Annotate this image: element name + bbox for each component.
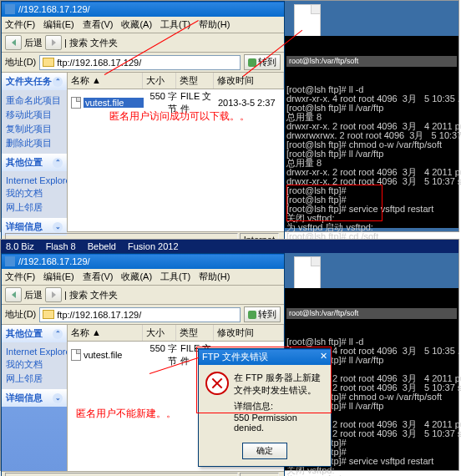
taskbar: 8.0 Biz Flash 8 Bebeld Fusion 2012 — [1, 240, 458, 253]
place-network[interactable]: 网上邻居 — [6, 200, 63, 215]
menu-help[interactable]: 帮助(H) — [199, 18, 230, 31]
panel-other-header[interactable]: 其他位置⌃ — [2, 154, 67, 171]
menu-view[interactable]: 查看(V) — [83, 18, 114, 31]
address-input[interactable]: ftp://192.168.17.129/ — [39, 55, 241, 70]
col-size[interactable]: 大小 — [143, 325, 176, 341]
status-bar: Internet — [2, 471, 284, 476]
menu-file[interactable]: 文件(F) — [5, 18, 35, 31]
panel-tasks-header[interactable]: 文件夹任务⌃ — [2, 73, 67, 90]
go-icon — [248, 311, 256, 319]
menu-edit[interactable]: 编辑(E) — [43, 18, 74, 31]
address-label: 地址(D) — [5, 308, 36, 321]
dir-icon — [43, 58, 54, 67]
menu-tools[interactable]: 工具(T) — [160, 18, 190, 31]
file-icon — [71, 349, 81, 361]
menu-view[interactable]: 查看(V) — [83, 271, 114, 283]
annotation-text: 匿名用户访问成功可以下载。。 — [109, 109, 250, 124]
menu-help[interactable]: 帮助(H) — [199, 271, 230, 283]
file-size: 550 字节 — [144, 342, 177, 367]
back-label: 后退 — [24, 37, 43, 49]
explorer-window: //192.168.17.129/ 文件(F) 编辑(E) 查看(V) 收藏(A… — [1, 1, 285, 248]
address-text: ftp://192.168.17.129/ — [57, 58, 141, 68]
taskbar-item[interactable]: 8.0 Biz — [6, 241, 34, 251]
taskbar-item[interactable]: Flash 8 — [46, 241, 76, 251]
forward-icon — [52, 291, 56, 298]
file-name: vutest.file — [84, 350, 144, 360]
window-title: //192.168.17.129/ — [18, 256, 90, 266]
place-docs[interactable]: 我的文档 — [6, 186, 63, 200]
panel-details-header[interactable]: 详细信息⌄ — [2, 389, 67, 407]
task-move[interactable]: 移动此项目 — [6, 108, 63, 122]
address-bar: 地址(D) ftp://192.168.17.129/ 转到 — [2, 305, 284, 325]
task-copy[interactable]: 复制此项目 — [6, 122, 63, 136]
column-headers: 名称 ▲ 大小 类型 修改时间 — [68, 325, 284, 342]
dir-icon — [43, 310, 54, 319]
sidebar: 文件夹任务⌃ 重命名此项目 移动此项目 复制此项目 删除此项目 其他位置⌃ In… — [2, 73, 67, 231]
chevron-icon: ⌄ — [53, 222, 63, 232]
forward-button[interactable] — [45, 287, 62, 302]
folders-button[interactable]: 文件夹 — [90, 37, 118, 49]
menu-bar: 文件(F) 编辑(E) 查看(V) 收藏(A) 工具(T) 帮助(H) — [2, 269, 284, 286]
chevron-icon: ⌃ — [53, 329, 63, 339]
address-label: 地址(D) — [5, 56, 36, 68]
file-name: vutest.file — [84, 98, 144, 108]
task-rename[interactable]: 重命名此项目 — [6, 94, 63, 108]
file-list: 名称 ▲ 大小 类型 修改时间 vutest.file 550 字节 FILE … — [67, 73, 284, 231]
ok-button[interactable]: 确定 — [242, 443, 287, 459]
place-ie[interactable]: Internet Explorer — [6, 346, 63, 357]
file-date: 2013-3-5 2:37 — [215, 98, 276, 108]
taskbar-item[interactable]: Fusion 2012 — [128, 241, 179, 251]
address-text: ftp://192.168.17.129/ — [57, 310, 141, 320]
back-icon — [12, 291, 16, 298]
taskbar-item[interactable]: Bebeld — [88, 241, 116, 251]
chevron-icon: ⌃ — [53, 77, 63, 87]
toolbar: 后退 | 搜索 文件夹 — [2, 33, 284, 53]
menu-edit[interactable]: 编辑(E) — [43, 271, 74, 283]
forward-button[interactable] — [45, 35, 62, 50]
col-name[interactable]: 名称 ▲ — [68, 73, 143, 89]
col-size[interactable]: 大小 — [143, 73, 176, 89]
status-zone: Internet — [240, 473, 279, 476]
go-label: 转到 — [258, 308, 276, 321]
annotation-text: 匿名用户不能新建。。 — [76, 407, 176, 421]
status-left — [5, 473, 238, 476]
folders-button[interactable]: 文件夹 — [90, 289, 118, 301]
place-ie[interactable]: Internet Explorer — [6, 175, 63, 186]
search-button[interactable]: 搜索 — [69, 289, 88, 301]
col-type[interactable]: 类型 — [176, 73, 214, 89]
col-type[interactable]: 类型 — [176, 325, 214, 341]
chevron-icon: ⌃ — [53, 158, 63, 168]
go-button[interactable]: 转到 — [244, 54, 281, 70]
col-date[interactable]: 修改时间 — [214, 73, 284, 89]
col-date[interactable]: 修改时间 — [214, 325, 284, 341]
place-network[interactable]: 网上邻居 — [6, 372, 63, 386]
task-delete[interactable]: 删除此项目 — [6, 136, 63, 150]
toolbar: 后退 | 搜索 文件夹 — [2, 286, 284, 305]
title-bar[interactable]: //192.168.17.129/ — [2, 2, 284, 17]
menu-file[interactable]: 文件(F) — [5, 271, 35, 283]
file-icon — [71, 97, 81, 109]
forward-icon — [52, 39, 56, 46]
column-headers: 名称 ▲ 大小 类型 修改时间 — [68, 73, 284, 89]
address-input[interactable]: ftp://192.168.17.129/ — [39, 307, 241, 322]
address-bar: 地址(D) ftp://192.168.17.129/ 转到 — [2, 53, 284, 73]
back-button[interactable] — [5, 35, 22, 50]
menu-tools[interactable]: 工具(T) — [160, 271, 190, 283]
col-name[interactable]: 名称 ▲ — [68, 325, 143, 341]
title-bar[interactable]: //192.168.17.129/ — [2, 254, 284, 269]
search-button[interactable]: 搜索 — [69, 37, 88, 49]
panel-other-header[interactable]: 其他位置⌃ — [2, 325, 67, 342]
menu-fav[interactable]: 收藏(A) — [121, 18, 152, 31]
place-docs[interactable]: 我的文档 — [6, 357, 63, 372]
terminal-title: root@lsh:/var/ftp/soft — [286, 56, 457, 67]
window-title: //192.168.17.129/ — [18, 4, 90, 14]
terminal-title: root@lsh:/var/ftp/soft — [286, 308, 457, 319]
back-icon — [12, 39, 16, 46]
folder-icon — [5, 4, 15, 14]
menu-fav[interactable]: 收藏(A) — [121, 271, 152, 283]
go-button[interactable]: 转到 — [244, 306, 281, 322]
folder-icon — [5, 256, 15, 266]
back-button[interactable] — [5, 287, 22, 302]
annotation-box — [286, 185, 382, 221]
dialog-detail: 550 Permission denied. — [234, 413, 324, 433]
